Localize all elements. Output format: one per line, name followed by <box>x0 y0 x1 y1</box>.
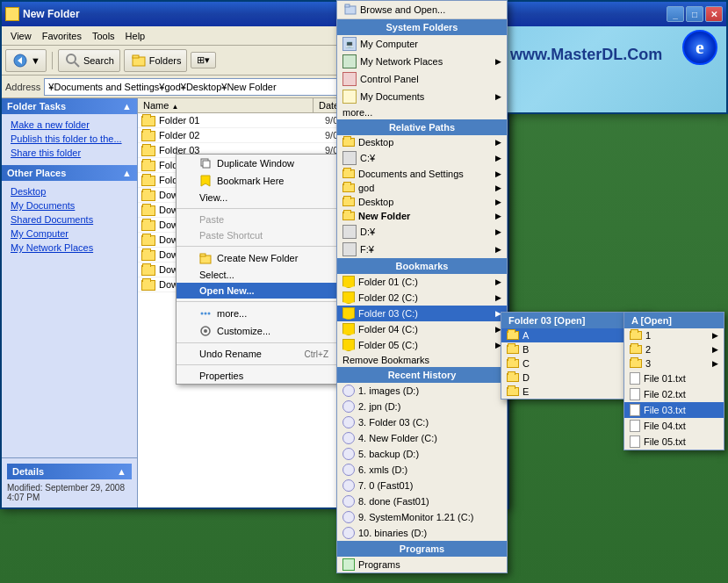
ctx-create-folder[interactable]: Create New Folder <box>177 249 346 267</box>
ctx-properties[interactable]: Properties <box>177 368 346 384</box>
fc-hist-9[interactable]: 9. SystemMonitor 1.21 (C:) <box>337 509 507 525</box>
publish-link[interactable]: Publish this folder to the... <box>2 132 137 146</box>
menu-help[interactable]: Help <box>120 29 151 43</box>
ctx-sep-1 <box>177 208 346 209</box>
file-04-icon <box>630 420 640 432</box>
folder-tasks-section: Folder Tasks ▲ Make a new folder Publish… <box>2 98 137 163</box>
new-folder-link[interactable]: Make a new folder <box>2 118 137 132</box>
fc-network-places[interactable]: My Network Places ▶ <box>337 53 507 70</box>
folder-icon <box>141 205 155 216</box>
folder-e-icon <box>507 387 519 396</box>
fc-hist-5[interactable]: 5. backup (D:) <box>337 446 507 462</box>
fc-hist-3[interactable]: 3. Folder 03 (C:) <box>337 414 507 430</box>
masterdl-minimize[interactable]: _ <box>667 6 684 22</box>
back-button[interactable]: ▼ <box>5 49 47 72</box>
ie-logo: e <box>682 30 717 65</box>
fc-d-drive[interactable]: D:¥ ▶ <box>337 223 507 241</box>
fc-desktop[interactable]: Desktop ▶ <box>337 135 507 149</box>
fc-hist-1[interactable]: 1. images (D:) <box>337 383 507 399</box>
back-arrow: ▼ <box>31 55 40 66</box>
my-docs-link[interactable]: My Documents <box>2 198 137 212</box>
fc-hist-7[interactable]: 7. 0 (Fast01) <box>337 478 507 493</box>
shared-docs-link[interactable]: Shared Documents <box>2 212 137 227</box>
god-folder-icon <box>342 184 355 192</box>
svg-point-13 <box>208 313 211 315</box>
fc-folder03[interactable]: Folder 03 (C:) ▶ <box>337 306 507 321</box>
fc-more[interactable]: more... <box>337 105 507 119</box>
more-icon <box>199 307 212 320</box>
sub-item-file01[interactable]: File 01.txt <box>624 371 724 386</box>
fc-control-panel[interactable]: Control Panel <box>337 70 507 88</box>
context-menu: Duplicate Window Bookmark Here View... ▶… <box>176 154 347 385</box>
sub-item-file04[interactable]: File 04.txt <box>624 418 724 434</box>
customize-icon <box>199 325 212 337</box>
history-icon-3 <box>342 416 355 428</box>
masterdl-close[interactable]: ✕ <box>705 6 723 22</box>
bookmark-icon-5 <box>342 339 355 351</box>
share-link[interactable]: Share this folder <box>2 146 137 160</box>
my-computer-link[interactable]: My Computer <box>2 227 137 241</box>
fc-programs[interactable]: Programs <box>337 557 507 572</box>
folders-button[interactable]: Folders <box>124 49 188 72</box>
fc-folder01[interactable]: Folder 01 (C:) ▶ <box>337 274 507 290</box>
ctx-undo-rename[interactable]: Undo Rename Ctrl+Z <box>177 346 346 362</box>
folder-icon <box>141 265 155 276</box>
svg-line-3 <box>75 62 79 67</box>
ctx-open-new[interactable]: Open New... ▶ <box>177 283 346 299</box>
col-name-header[interactable]: Name ▲ <box>138 98 314 112</box>
sub-item-file03[interactable]: File 03.txt <box>624 402 724 418</box>
menu-view[interactable]: View <box>5 29 37 43</box>
fc-docs-settings[interactable]: Documents and Settings ▶ <box>337 167 507 181</box>
masterdl-maximize[interactable]: □ <box>686 6 703 22</box>
fc-my-documents[interactable]: My Documents ▶ <box>337 88 507 105</box>
fc-folder04[interactable]: Folder 04 (C:) ▶ <box>337 321 507 337</box>
view-button[interactable]: ⊞▾ <box>191 52 216 68</box>
history-icon-5 <box>342 448 355 460</box>
history-icon-6 <box>342 464 355 476</box>
ctx-view[interactable]: View... ▶ <box>177 190 346 205</box>
masterdl-title-bar: _ □ ✕ <box>501 2 726 26</box>
computer-icon: 💻 <box>342 37 357 51</box>
fc-folder05[interactable]: Folder 05 (C:) ▶ <box>337 337 507 353</box>
window-title: New Folder <box>23 8 80 20</box>
sub-item-file05[interactable]: File 05.txt <box>624 434 724 450</box>
fc-hist-10[interactable]: 10. binaries (D:) <box>337 525 507 541</box>
bookmark-icon-4 <box>342 323 355 335</box>
ctx-customize[interactable]: Customize... <box>177 322 346 340</box>
menu-favorites[interactable]: Favorites <box>37 29 87 43</box>
svg-rect-5 <box>133 55 139 58</box>
fc-hist-8[interactable]: 8. done (Fast01) <box>337 493 507 509</box>
sub-item-file02[interactable]: File 02.txt <box>624 386 724 402</box>
menu-tools[interactable]: Tools <box>87 29 120 43</box>
ctx-sep-5 <box>177 364 346 365</box>
desktop-link[interactable]: Desktop <box>2 184 137 198</box>
fc-hist-6[interactable]: 6. xmls (D:) <box>337 462 507 478</box>
folder-icon <box>141 176 155 186</box>
fc-folder02[interactable]: Folder 02 (C:) ▶ <box>337 290 507 306</box>
fc-my-computer[interactable]: 💻 My Computer <box>337 35 507 53</box>
search-button[interactable]: Search <box>58 49 120 72</box>
folder-icon <box>141 280 155 291</box>
fc-f-drive[interactable]: F:¥ ▶ <box>337 241 507 258</box>
fc-c-drive[interactable]: C:¥ ▶ <box>337 149 507 167</box>
ctx-sep-4 <box>177 342 346 343</box>
fc-new-folder[interactable]: New Folder ▶ <box>337 209 507 223</box>
fc-browse-open[interactable]: Browse and Open... <box>337 1 507 19</box>
fc-hist-2[interactable]: 2. jpn (D:) <box>337 399 507 414</box>
network-places-link[interactable]: My Network Places <box>2 241 137 255</box>
fc-desktop2[interactable]: Desktop ▶ <box>337 195 507 209</box>
fc-god[interactable]: god ▶ <box>337 181 507 195</box>
svg-point-12 <box>205 313 207 315</box>
ctx-select[interactable]: Select... <box>177 267 346 283</box>
sub-item-1[interactable]: 1 ▶ <box>624 328 724 342</box>
sub-item-3[interactable]: 3 ▶ <box>624 356 724 371</box>
folders-label: Folders <box>149 55 182 66</box>
ctx-duplicate-window[interactable]: Duplicate Window <box>177 155 346 172</box>
fc-remove-bookmarks[interactable]: Remove Bookmarks <box>337 353 507 367</box>
ctx-bookmark-here[interactable]: Bookmark Here <box>177 172 346 190</box>
f-drive-icon <box>342 242 357 256</box>
ctx-more[interactable]: more... <box>177 305 346 322</box>
sub-item-2[interactable]: 2 ▶ <box>624 342 724 356</box>
fc-hist-4[interactable]: 4. New Folder (C:) <box>337 430 507 446</box>
svg-point-2 <box>67 54 76 63</box>
